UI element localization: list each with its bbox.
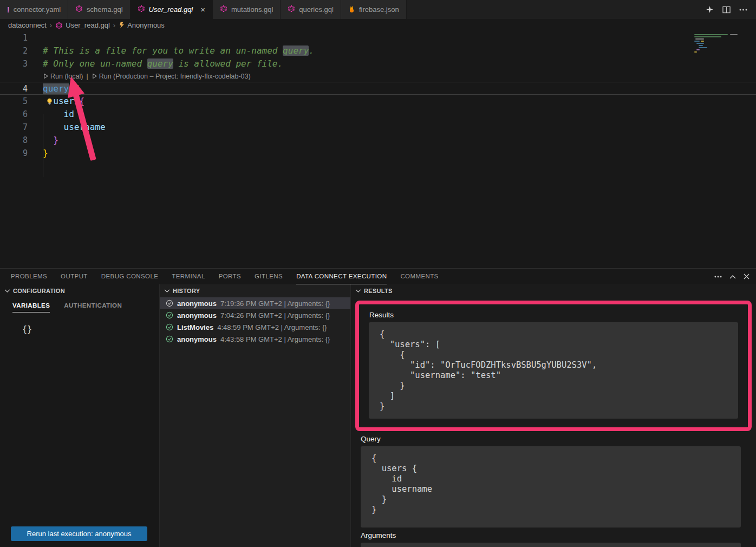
panel-more-icon[interactable] — [714, 276, 722, 278]
check-circle-icon — [166, 311, 173, 319]
code-text: # Only one un-named query is allowed per… — [34, 57, 283, 70]
panel-tab-bar: PROBLEMSOUTPUTDEBUG CONSOLETERMINALPORTS… — [0, 269, 756, 284]
bottom-panel: PROBLEMSOUTPUTDEBUG CONSOLETERMINALPORTS… — [0, 268, 756, 547]
minimap-bar — [699, 45, 703, 46]
tab-firebase-json[interactable]: firebase.json — [341, 0, 407, 19]
breadcrumb-item-user-read-gql[interactable]: User_read.gql — [55, 21, 110, 29]
panel-tab-debug-console[interactable]: DEBUG CONSOLE — [101, 269, 159, 284]
configuration-header[interactable]: CONFIGURATION — [0, 284, 159, 297]
config-tab-variables[interactable]: VARIABLES — [12, 302, 50, 312]
chevron-down-icon — [355, 289, 361, 293]
history-entry[interactable]: anonymous7:19:36 PM GMT+2 | Arguments: {… — [160, 297, 350, 309]
code-text: query { — [34, 82, 79, 94]
close-icon[interactable]: × — [200, 5, 205, 14]
editor-actions — [706, 0, 756, 19]
copilot-sparkle-icon[interactable] — [706, 5, 714, 14]
code-line-9: 9} — [0, 147, 756, 160]
tab-schema-gql[interactable]: schema.gql — [68, 0, 130, 19]
history-entry-name: anonymous — [177, 335, 217, 343]
code-text: # This is a file for you to write an un-… — [34, 44, 314, 57]
breadcrumb-label: dataconnect — [8, 21, 47, 29]
line-number: 3 — [0, 57, 34, 70]
panel-tab-ports[interactable]: PORTS — [219, 269, 241, 284]
check-circle-icon — [166, 335, 173, 343]
code-line-7: 7 username — [0, 121, 756, 134]
line-number: 2 — [0, 44, 34, 57]
token: # This is a file for you to write an un-… — [43, 45, 283, 56]
token: } — [43, 148, 48, 158]
minimap-bar — [695, 38, 704, 40]
panel-tab-comments[interactable]: COMMENTS — [400, 269, 438, 284]
chevron-down-icon — [4, 289, 10, 293]
breadcrumb: dataconnect›User_read.gql›Anonymous — [0, 19, 756, 31]
minimap-bar — [694, 34, 728, 35]
results-section: RESULTS Results { "users": [ { "id": "Or… — [351, 284, 756, 547]
breadcrumb-separator: › — [113, 21, 115, 29]
panel-tab-problems[interactable]: PROBLEMS — [11, 269, 47, 284]
panel-actions — [714, 269, 750, 284]
arguments-text: {} — [361, 543, 741, 547]
more-actions-icon[interactable] — [739, 9, 747, 11]
firebase-file-icon — [348, 5, 355, 15]
token — [43, 122, 64, 132]
editor[interactable]: 12# This is a file for you to write an u… — [0, 31, 756, 268]
token — [43, 135, 53, 145]
history-title: HISTORY — [173, 288, 200, 294]
code-text: users{ — [34, 95, 84, 108]
breadcrumb-item-anonymous[interactable]: Anonymous — [119, 21, 165, 29]
tab-label: firebase.json — [359, 5, 399, 14]
check-circle-icon — [166, 299, 173, 307]
breadcrumb-label: Anonymous — [127, 21, 165, 29]
history-entry-detail: 4:43:58 PM GMT+2 | Arguments: {} — [220, 335, 330, 343]
rerun-button[interactable]: Rerun last execution: anonymous — [11, 526, 147, 541]
codelens-run-local[interactable]: Run (local) — [43, 73, 83, 80]
graphql-file-icon — [220, 5, 227, 14]
token: # Only one un-named — [43, 58, 147, 69]
line-number: 9 — [0, 147, 34, 160]
graphql-icon — [55, 22, 63, 29]
panel-tab-data-connect-execution[interactable]: DATA CONNECT EXECUTION — [296, 269, 387, 284]
code-text: username — [34, 121, 106, 134]
history-entry[interactable]: anonymous7:04:26 PM GMT+2 | Arguments: {… — [160, 309, 350, 321]
results-title: RESULTS — [364, 288, 393, 294]
code-line-6: 6 id — [0, 108, 756, 121]
tab-connector-yaml[interactable]: !connector.yaml — [0, 0, 68, 19]
breadcrumb-item-dataconnect[interactable]: dataconnect — [8, 21, 47, 29]
results-header[interactable]: RESULTS — [351, 284, 756, 297]
tab-mutations-gql[interactable]: mutations.gql — [213, 0, 281, 19]
codelens-run-production[interactable]: Run (Production – Project: friendly-flix… — [92, 73, 251, 80]
history-entry-detail: 7:04:26 PM GMT+2 | Arguments: {} — [220, 311, 330, 320]
run-icon — [43, 73, 49, 79]
token — [43, 109, 64, 119]
history-entry-name: ListMovies — [177, 323, 213, 331]
codelens-label: Run (Production – Project: friendly-flix… — [99, 73, 251, 80]
graphql-file-icon — [75, 5, 83, 14]
variables-value: {} — [22, 324, 159, 334]
config-tab-authentication[interactable]: AUTHENTICATION — [64, 302, 122, 312]
panel-tab-gitlens[interactable]: GITLENS — [255, 269, 283, 284]
code-line-5: 5 users{ — [0, 95, 756, 108]
minimap[interactable] — [692, 32, 753, 76]
minimap-bar — [694, 36, 721, 37]
query-label: Query — [361, 435, 756, 443]
panel-close-icon[interactable] — [744, 274, 750, 279]
panel-tab-terminal[interactable]: TERMINAL — [172, 269, 205, 284]
annotation-highlight-box: Results { "users": [ { "id": "OrTucFODZH… — [355, 301, 752, 431]
history-entry-name: anonymous — [177, 299, 217, 308]
line-number: 6 — [0, 108, 34, 121]
tab-queries-gql[interactable]: queries.gql — [281, 0, 341, 19]
history-entry-detail: 7:19:36 PM GMT+2 | Arguments: {} — [220, 299, 330, 308]
history-header[interactable]: HISTORY — [160, 284, 350, 297]
panel-maximize-icon[interactable] — [729, 275, 736, 279]
code-text: } — [34, 134, 58, 147]
split-editor-icon[interactable] — [722, 6, 731, 14]
chevron-down-icon — [164, 289, 170, 293]
configuration-section: CONFIGURATION VARIABLESAUTHENTICATION {}… — [0, 284, 160, 547]
panel-tab-output[interactable]: OUTPUT — [61, 269, 88, 284]
tab-user-read-gql[interactable]: User_read.gql× — [131, 0, 213, 19]
minimap-bar — [696, 43, 704, 44]
history-entry[interactable]: anonymous4:43:58 PM GMT+2 | Arguments: {… — [160, 333, 350, 345]
minimap-bar — [701, 41, 704, 42]
history-entry[interactable]: ListMovies4:48:59 PM GMT+2 | Arguments: … — [160, 321, 350, 333]
code-text: } — [34, 147, 48, 160]
